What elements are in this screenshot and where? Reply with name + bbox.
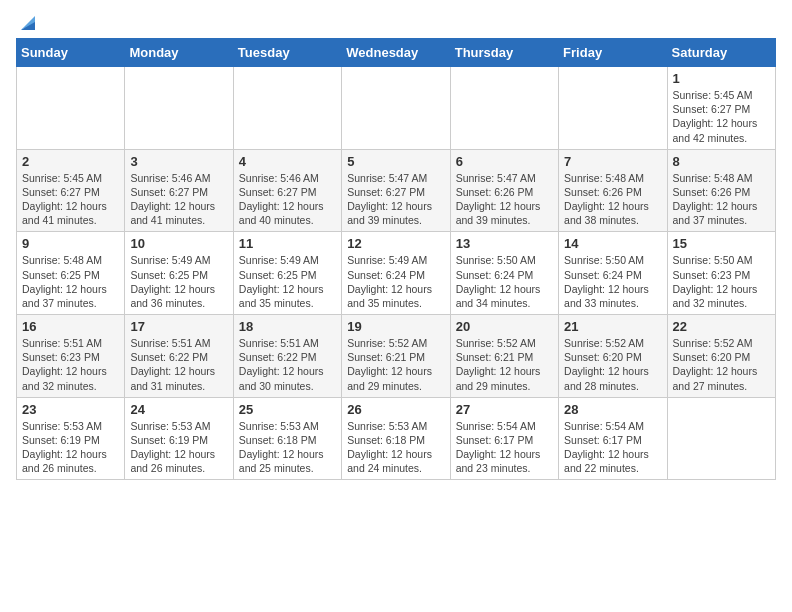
day-info: Sunrise: 5:53 AM Sunset: 6:18 PM Dayligh… bbox=[239, 419, 336, 476]
day-number: 17 bbox=[130, 319, 227, 334]
day-number: 20 bbox=[456, 319, 553, 334]
day-info: Sunrise: 5:49 AM Sunset: 6:24 PM Dayligh… bbox=[347, 253, 444, 310]
day-info: Sunrise: 5:48 AM Sunset: 6:25 PM Dayligh… bbox=[22, 253, 119, 310]
logo-icon bbox=[17, 12, 39, 34]
day-number: 14 bbox=[564, 236, 661, 251]
day-info: Sunrise: 5:48 AM Sunset: 6:26 PM Dayligh… bbox=[673, 171, 770, 228]
calendar-cell: 7Sunrise: 5:48 AM Sunset: 6:26 PM Daylig… bbox=[559, 149, 667, 232]
day-info: Sunrise: 5:49 AM Sunset: 6:25 PM Dayligh… bbox=[130, 253, 227, 310]
calendar-cell: 12Sunrise: 5:49 AM Sunset: 6:24 PM Dayli… bbox=[342, 232, 450, 315]
day-header-saturday: Saturday bbox=[667, 39, 775, 67]
calendar-cell bbox=[125, 67, 233, 150]
day-header-sunday: Sunday bbox=[17, 39, 125, 67]
day-number: 1 bbox=[673, 71, 770, 86]
day-info: Sunrise: 5:45 AM Sunset: 6:27 PM Dayligh… bbox=[22, 171, 119, 228]
calendar-cell: 2Sunrise: 5:45 AM Sunset: 6:27 PM Daylig… bbox=[17, 149, 125, 232]
calendar-cell: 17Sunrise: 5:51 AM Sunset: 6:22 PM Dayli… bbox=[125, 315, 233, 398]
day-info: Sunrise: 5:51 AM Sunset: 6:22 PM Dayligh… bbox=[130, 336, 227, 393]
day-info: Sunrise: 5:46 AM Sunset: 6:27 PM Dayligh… bbox=[239, 171, 336, 228]
day-number: 15 bbox=[673, 236, 770, 251]
calendar-cell: 23Sunrise: 5:53 AM Sunset: 6:19 PM Dayli… bbox=[17, 397, 125, 480]
day-info: Sunrise: 5:53 AM Sunset: 6:19 PM Dayligh… bbox=[22, 419, 119, 476]
day-header-friday: Friday bbox=[559, 39, 667, 67]
calendar-cell: 3Sunrise: 5:46 AM Sunset: 6:27 PM Daylig… bbox=[125, 149, 233, 232]
day-header-thursday: Thursday bbox=[450, 39, 558, 67]
calendar-cell: 16Sunrise: 5:51 AM Sunset: 6:23 PM Dayli… bbox=[17, 315, 125, 398]
day-info: Sunrise: 5:51 AM Sunset: 6:23 PM Dayligh… bbox=[22, 336, 119, 393]
calendar-cell: 11Sunrise: 5:49 AM Sunset: 6:25 PM Dayli… bbox=[233, 232, 341, 315]
day-info: Sunrise: 5:47 AM Sunset: 6:26 PM Dayligh… bbox=[456, 171, 553, 228]
calendar-cell: 5Sunrise: 5:47 AM Sunset: 6:27 PM Daylig… bbox=[342, 149, 450, 232]
day-number: 2 bbox=[22, 154, 119, 169]
day-number: 22 bbox=[673, 319, 770, 334]
day-number: 13 bbox=[456, 236, 553, 251]
day-number: 4 bbox=[239, 154, 336, 169]
day-number: 8 bbox=[673, 154, 770, 169]
calendar-cell bbox=[667, 397, 775, 480]
day-number: 26 bbox=[347, 402, 444, 417]
calendar-cell: 18Sunrise: 5:51 AM Sunset: 6:22 PM Dayli… bbox=[233, 315, 341, 398]
calendar-cell: 4Sunrise: 5:46 AM Sunset: 6:27 PM Daylig… bbox=[233, 149, 341, 232]
calendar-cell: 15Sunrise: 5:50 AM Sunset: 6:23 PM Dayli… bbox=[667, 232, 775, 315]
day-info: Sunrise: 5:52 AM Sunset: 6:21 PM Dayligh… bbox=[347, 336, 444, 393]
day-info: Sunrise: 5:54 AM Sunset: 6:17 PM Dayligh… bbox=[564, 419, 661, 476]
calendar-week-3: 9Sunrise: 5:48 AM Sunset: 6:25 PM Daylig… bbox=[17, 232, 776, 315]
day-header-wednesday: Wednesday bbox=[342, 39, 450, 67]
day-header-tuesday: Tuesday bbox=[233, 39, 341, 67]
calendar-cell bbox=[450, 67, 558, 150]
calendar-cell: 28Sunrise: 5:54 AM Sunset: 6:17 PM Dayli… bbox=[559, 397, 667, 480]
calendar-cell: 14Sunrise: 5:50 AM Sunset: 6:24 PM Dayli… bbox=[559, 232, 667, 315]
day-number: 25 bbox=[239, 402, 336, 417]
logo bbox=[16, 16, 39, 28]
page-header bbox=[16, 16, 776, 28]
day-number: 21 bbox=[564, 319, 661, 334]
calendar-week-2: 2Sunrise: 5:45 AM Sunset: 6:27 PM Daylig… bbox=[17, 149, 776, 232]
calendar-table: SundayMondayTuesdayWednesdayThursdayFrid… bbox=[16, 38, 776, 480]
day-info: Sunrise: 5:54 AM Sunset: 6:17 PM Dayligh… bbox=[456, 419, 553, 476]
calendar-cell: 24Sunrise: 5:53 AM Sunset: 6:19 PM Dayli… bbox=[125, 397, 233, 480]
day-info: Sunrise: 5:50 AM Sunset: 6:23 PM Dayligh… bbox=[673, 253, 770, 310]
day-info: Sunrise: 5:47 AM Sunset: 6:27 PM Dayligh… bbox=[347, 171, 444, 228]
day-info: Sunrise: 5:53 AM Sunset: 6:19 PM Dayligh… bbox=[130, 419, 227, 476]
calendar-cell: 9Sunrise: 5:48 AM Sunset: 6:25 PM Daylig… bbox=[17, 232, 125, 315]
calendar-header-row: SundayMondayTuesdayWednesdayThursdayFrid… bbox=[17, 39, 776, 67]
calendar-cell: 6Sunrise: 5:47 AM Sunset: 6:26 PM Daylig… bbox=[450, 149, 558, 232]
calendar-cell: 20Sunrise: 5:52 AM Sunset: 6:21 PM Dayli… bbox=[450, 315, 558, 398]
day-info: Sunrise: 5:52 AM Sunset: 6:20 PM Dayligh… bbox=[564, 336, 661, 393]
day-number: 5 bbox=[347, 154, 444, 169]
day-info: Sunrise: 5:52 AM Sunset: 6:20 PM Dayligh… bbox=[673, 336, 770, 393]
day-info: Sunrise: 5:51 AM Sunset: 6:22 PM Dayligh… bbox=[239, 336, 336, 393]
calendar-cell: 25Sunrise: 5:53 AM Sunset: 6:18 PM Dayli… bbox=[233, 397, 341, 480]
day-number: 6 bbox=[456, 154, 553, 169]
calendar-cell: 10Sunrise: 5:49 AM Sunset: 6:25 PM Dayli… bbox=[125, 232, 233, 315]
day-number: 16 bbox=[22, 319, 119, 334]
day-number: 7 bbox=[564, 154, 661, 169]
day-number: 11 bbox=[239, 236, 336, 251]
day-number: 27 bbox=[456, 402, 553, 417]
day-number: 9 bbox=[22, 236, 119, 251]
calendar-cell: 19Sunrise: 5:52 AM Sunset: 6:21 PM Dayli… bbox=[342, 315, 450, 398]
day-number: 28 bbox=[564, 402, 661, 417]
day-number: 10 bbox=[130, 236, 227, 251]
day-number: 18 bbox=[239, 319, 336, 334]
day-number: 24 bbox=[130, 402, 227, 417]
day-info: Sunrise: 5:52 AM Sunset: 6:21 PM Dayligh… bbox=[456, 336, 553, 393]
day-number: 23 bbox=[22, 402, 119, 417]
calendar-cell: 8Sunrise: 5:48 AM Sunset: 6:26 PM Daylig… bbox=[667, 149, 775, 232]
day-info: Sunrise: 5:50 AM Sunset: 6:24 PM Dayligh… bbox=[564, 253, 661, 310]
calendar-cell: 1Sunrise: 5:45 AM Sunset: 6:27 PM Daylig… bbox=[667, 67, 775, 150]
calendar-cell: 26Sunrise: 5:53 AM Sunset: 6:18 PM Dayli… bbox=[342, 397, 450, 480]
calendar-cell bbox=[233, 67, 341, 150]
calendar-week-5: 23Sunrise: 5:53 AM Sunset: 6:19 PM Dayli… bbox=[17, 397, 776, 480]
calendar-week-1: 1Sunrise: 5:45 AM Sunset: 6:27 PM Daylig… bbox=[17, 67, 776, 150]
calendar-week-4: 16Sunrise: 5:51 AM Sunset: 6:23 PM Dayli… bbox=[17, 315, 776, 398]
day-info: Sunrise: 5:53 AM Sunset: 6:18 PM Dayligh… bbox=[347, 419, 444, 476]
calendar-cell: 21Sunrise: 5:52 AM Sunset: 6:20 PM Dayli… bbox=[559, 315, 667, 398]
calendar-cell bbox=[17, 67, 125, 150]
calendar-cell: 22Sunrise: 5:52 AM Sunset: 6:20 PM Dayli… bbox=[667, 315, 775, 398]
day-number: 3 bbox=[130, 154, 227, 169]
day-header-monday: Monday bbox=[125, 39, 233, 67]
calendar-cell: 27Sunrise: 5:54 AM Sunset: 6:17 PM Dayli… bbox=[450, 397, 558, 480]
day-number: 12 bbox=[347, 236, 444, 251]
day-info: Sunrise: 5:46 AM Sunset: 6:27 PM Dayligh… bbox=[130, 171, 227, 228]
